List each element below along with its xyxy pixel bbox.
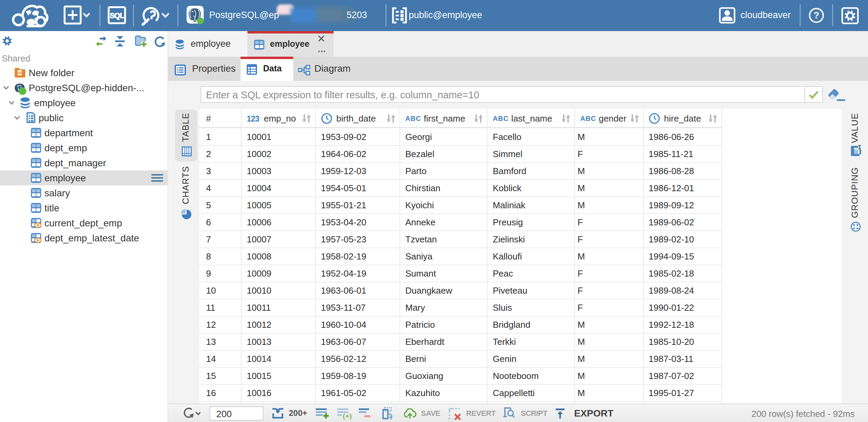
svg-text:SQL: SQL (110, 11, 124, 20)
svg-text:?: ? (814, 10, 819, 20)
svg-text:(+): (+) (343, 412, 352, 420)
